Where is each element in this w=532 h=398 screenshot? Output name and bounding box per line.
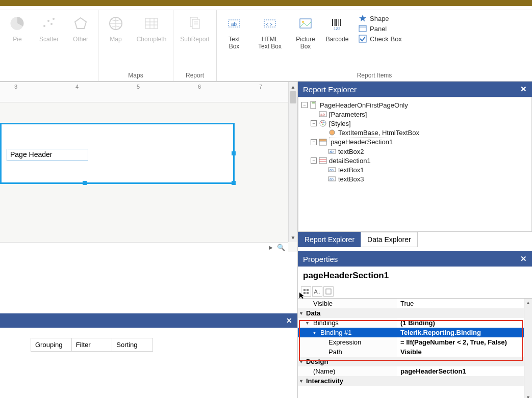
prop-name: (Name) — [298, 366, 397, 376]
tab-data-explorer[interactable]: Data Explorer — [361, 232, 418, 247]
textbox-icon: ab — [225, 14, 243, 33]
barcode-label: Barcode — [326, 36, 349, 43]
filter-column[interactable]: Filter — [72, 338, 113, 351]
htmltextbox-icon: < > — [261, 14, 279, 33]
style-item-icon — [328, 128, 336, 137]
chevron-down-icon[interactable]: ▾ — [300, 310, 302, 316]
choropleth-button[interactable]: Choropleth — [133, 14, 170, 43]
close-icon[interactable]: ✕ — [520, 85, 527, 94]
scroll-thumb[interactable] — [290, 91, 296, 103]
prop-category-design[interactable]: ▾Design — [298, 357, 532, 366]
tree-node-styles[interactable]: − [Styles] — [301, 119, 528, 128]
close-icon[interactable]: ✕ — [520, 254, 527, 263]
resize-handle-bottom[interactable] — [83, 181, 87, 185]
scatter-chart-button[interactable]: Scatter — [35, 14, 63, 43]
ruler-tick: 4 — [75, 84, 79, 90]
chevron-down-icon[interactable]: ▾ — [300, 359, 302, 364]
tree-label-selected: pageHeaderSection1 — [329, 138, 394, 146]
prop-row-bindings[interactable]: ▾Bindings (1 Binding) — [298, 318, 532, 328]
tree-node-style-item[interactable]: TextItemBase, HtmlTextBox — [301, 128, 528, 137]
design-surface[interactable]: ▼ 3 4 5 6 7 Page Header ▲ ▼ — [0, 82, 297, 252]
props-vertical-scrollbar[interactable]: ▲ ▼ — [524, 299, 532, 398]
tree-node-root[interactable]: − PageHeaderOnFirstPageOnly — [301, 100, 528, 110]
prop-category-data[interactable]: ▾Data — [298, 308, 532, 318]
prop-value[interactable]: = IIf(PageNumber < 2, True, False) — [397, 337, 532, 347]
close-icon[interactable]: ✕ — [286, 316, 292, 325]
resize-handle-corner[interactable] — [232, 181, 236, 185]
report-items-group-label: Report Items — [220, 72, 529, 79]
prop-value[interactable]: Visible — [397, 347, 532, 357]
prop-value[interactable]: True — [397, 299, 532, 308]
pie-chart-button[interactable]: Pie — [3, 14, 32, 43]
other-chart-button[interactable]: Other — [66, 14, 95, 43]
scroll-down-arrow[interactable]: ▼ — [524, 393, 532, 398]
collapse-icon[interactable]: − — [301, 102, 308, 108]
prop-value[interactable]: Telerik.Reporting.Binding — [397, 328, 532, 337]
textbox-button[interactable]: ab Text Box — [220, 14, 248, 50]
prop-row-expression[interactable]: Expression = IIf(PageNumber < 2, True, F… — [298, 337, 532, 347]
collapse-icon[interactable]: − — [311, 120, 317, 126]
page-header-textbox[interactable]: Page Header — [7, 149, 88, 161]
panel-label: Panel — [370, 25, 387, 33]
vertical-scrollbar[interactable]: ▲ ▼ — [288, 82, 297, 242]
sorting-column[interactable]: Sorting — [112, 338, 153, 351]
prop-category-interactivity[interactable]: ▾Interactivity — [298, 376, 532, 386]
horizontal-scrollbar[interactable]: ▶ 🔍 — [0, 242, 288, 252]
picturebox-button[interactable]: Picture Box — [291, 14, 320, 50]
shape-button[interactable]: Shape — [359, 14, 402, 22]
prop-value[interactable]: (1 Binding) — [397, 318, 532, 328]
chevron-down-icon[interactable]: ▾ — [306, 320, 309, 326]
shape-panel-list: Shape Panel Check Box — [359, 14, 402, 43]
chevron-down-icon[interactable]: ▾ — [300, 378, 302, 384]
grouping-column[interactable]: Grouping — [31, 338, 72, 351]
scroll-down-arrow[interactable]: ▼ — [289, 233, 297, 242]
section-icon — [319, 156, 327, 165]
ruler-tick: 6 — [198, 84, 201, 90]
map-button[interactable]: Map — [102, 14, 130, 43]
panel-button[interactable]: Panel — [359, 24, 402, 33]
scroll-up-arrow[interactable]: ▲ — [289, 82, 297, 91]
tree-node-textbox2[interactable]: ab textBox2 — [301, 147, 528, 156]
svg-rect-52 — [326, 289, 331, 294]
panel-icon — [359, 24, 367, 33]
chevron-down-icon[interactable]: ▾ — [313, 330, 316, 335]
bottom-panel-header[interactable]: ✕ — [0, 313, 297, 328]
svg-rect-6 — [145, 18, 158, 29]
svg-text:ab: ab — [330, 177, 334, 181]
report-canvas[interactable]: Page Header — [0, 102, 297, 235]
scroll-up-arrow[interactable]: ▲ — [524, 299, 532, 307]
tree-node-detail[interactable]: − detailSection1 — [301, 156, 528, 165]
tree-node-pageheader[interactable]: − pageHeaderSection1 — [301, 137, 528, 147]
zoom-icon[interactable]: 🔍 — [277, 244, 285, 251]
prop-row-visible[interactable]: Visible True — [298, 299, 532, 308]
prop-row-binding1[interactable]: ▾Binding #1 Telerik.Reporting.Binding — [298, 328, 532, 337]
prop-row-path[interactable]: Path Visible — [298, 347, 532, 357]
page-header-section[interactable]: Page Header — [0, 123, 235, 184]
scatter-chart-icon — [40, 14, 58, 33]
properties-object-name: pageHeaderSection1 — [298, 267, 532, 285]
tree-node-textbox1[interactable]: ab textBox1 — [301, 165, 528, 174]
scroll-right-arrow[interactable]: ▶ — [269, 245, 273, 250]
subreport-button[interactable]: SubReport — [176, 14, 213, 43]
grouping-header-row: Grouping Filter Sorting — [31, 338, 153, 352]
properties-grid[interactable]: Visible True ▾Data ▾Bindings (1 Binding)… — [298, 299, 532, 398]
checkbox-button[interactable]: Check Box — [359, 35, 402, 43]
tree-node-parameters[interactable]: ab [Parameters] — [301, 110, 528, 119]
picturebox-label: Picture Box — [296, 36, 315, 50]
svg-marker-47 — [299, 293, 304, 299]
styles-icon — [319, 119, 327, 127]
prop-row-name[interactable]: (Name) pageHeaderSection1 — [298, 366, 532, 376]
tab-report-explorer[interactable]: Report Explorer — [298, 232, 361, 247]
barcode-button[interactable]: 123 Barcode — [323, 14, 351, 43]
tree-node-textbox3[interactable]: ab textBox3 — [301, 174, 528, 183]
report-explorer-tree[interactable]: − PageHeaderOnFirstPageOnly ab [Paramete… — [298, 97, 532, 232]
subreport-label: SubReport — [180, 36, 209, 43]
htmltextbox-button[interactable]: < > HTML Text Box — [251, 14, 288, 50]
prop-value[interactable]: pageHeaderSection1 — [397, 366, 532, 376]
property-pages-button[interactable] — [323, 286, 334, 297]
report-group-label: Report — [176, 72, 213, 79]
collapse-icon[interactable]: − — [311, 157, 317, 164]
resize-handle-right[interactable] — [232, 151, 236, 155]
alphabetical-button[interactable]: A↓ — [312, 286, 322, 297]
collapse-icon[interactable]: − — [311, 139, 317, 145]
